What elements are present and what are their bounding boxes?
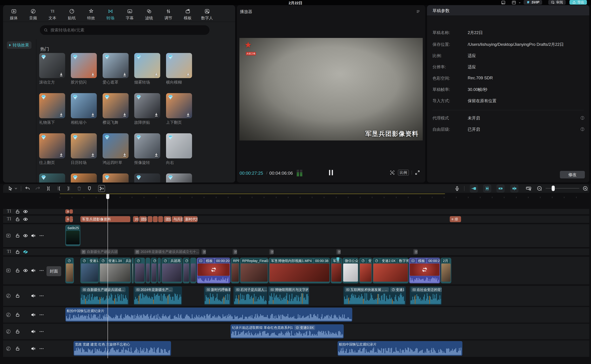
transition-card[interactable]	[71, 53, 97, 78]
download-icon[interactable]	[59, 72, 64, 77]
workspace-layout-icon[interactable]	[512, 0, 516, 5]
transition-card[interactable]	[71, 133, 97, 158]
transition-card[interactable]	[39, 53, 65, 78]
tab-audio[interactable]: 音频	[23, 6, 43, 21]
download-icon[interactable]	[185, 112, 191, 117]
more-icon[interactable]	[39, 329, 44, 334]
video-clip[interactable]: 变速1.3X兵团	[99, 258, 131, 283]
download-icon[interactable]	[185, 72, 191, 77]
speaker-icon[interactable]	[31, 233, 36, 238]
transition-card[interactable]	[103, 93, 129, 118]
lock-icon[interactable]	[15, 293, 20, 298]
music-clip[interactable]: 航拍中国恢弘壮观纪录片	[338, 341, 462, 356]
video-clip[interactable]: 军	[65, 258, 74, 283]
transition-card[interactable]	[134, 133, 160, 158]
sidebar-item-transition-effects[interactable]: 转场效果	[7, 41, 32, 49]
video-clip[interactable]: 6a6b25	[65, 225, 80, 246]
lock-icon[interactable]	[15, 346, 20, 351]
tab-captions[interactable]: 字幕	[120, 6, 139, 21]
text-clip[interactable]: ≡	[65, 209, 69, 214]
split-icon[interactable]	[46, 186, 51, 191]
lock-icon[interactable]	[15, 312, 20, 317]
tts-audio-clip[interactable]: 新时代呼唤着	[204, 286, 230, 305]
music-icon[interactable]	[6, 329, 11, 334]
download-icon[interactable]	[90, 72, 95, 77]
download-icon[interactable]	[154, 152, 159, 157]
zoom-out-icon[interactable]	[537, 186, 542, 191]
music-icon[interactable]	[6, 346, 11, 351]
music-icon[interactable]	[6, 293, 11, 298]
text-clip[interactable]	[69, 209, 73, 214]
speaker-icon[interactable]	[31, 346, 36, 351]
text-clip[interactable]: 20	[133, 216, 138, 222]
video-preview[interactable]: 兵团卫视 军垦兵团影像资料	[239, 38, 423, 141]
export-button[interactable]: 导出	[570, 0, 587, 5]
template-clip[interactable]: 模板00:00:2	[409, 258, 440, 283]
zoom-in-icon[interactable]	[582, 186, 588, 191]
transition-card[interactable]	[166, 174, 192, 182]
more-icon[interactable]	[39, 293, 44, 298]
transition-card[interactable]	[134, 53, 160, 78]
lock-icon[interactable]	[15, 233, 20, 238]
timeline-zoom-slider-thumb[interactable]	[552, 186, 555, 191]
preview-focus-icon[interactable]	[390, 170, 395, 175]
timeline-zoom-slider[interactable]	[545, 188, 579, 189]
download-icon[interactable]	[90, 152, 95, 157]
eye-icon[interactable]	[23, 209, 28, 214]
download-icon[interactable]	[122, 152, 127, 157]
video-clip[interactable]: RPF	[231, 258, 239, 283]
lock-icon[interactable]	[15, 217, 20, 222]
download-icon[interactable]	[154, 112, 159, 117]
link-toggle-icon[interactable]	[496, 184, 505, 193]
video-clip[interactable]: 兵团再	[161, 258, 182, 283]
video-clip[interactable]	[151, 258, 157, 283]
music-icon[interactable]	[6, 312, 11, 317]
tab-sticker[interactable]: 贴纸	[62, 6, 81, 21]
record-voiceover-icon[interactable]	[454, 186, 460, 191]
transition-card[interactable]	[39, 93, 65, 118]
transition-card[interactable]	[134, 93, 160, 118]
tab-filters[interactable]: 滤镜	[139, 6, 159, 21]
search-box[interactable]	[40, 25, 210, 35]
tab-templates[interactable]: 模板	[178, 6, 197, 21]
pause-button[interactable]	[328, 170, 334, 176]
lock-icon[interactable]	[15, 249, 20, 254]
tab-media[interactable]: 媒体	[4, 6, 23, 21]
ratio-button[interactable]: 比例	[398, 170, 409, 176]
tab-adjust[interactable]: 调节	[159, 6, 178, 21]
select-tool-chevron-icon[interactable]	[14, 187, 20, 192]
timeline-scale-icon[interactable]	[526, 186, 531, 191]
cover-button[interactable]: 封面	[46, 266, 61, 276]
speaker-icon[interactable]	[31, 312, 36, 317]
transition-card[interactable]	[134, 174, 160, 182]
transition-card[interactable]	[166, 93, 192, 118]
help-icon[interactable]	[580, 116, 585, 120]
video-clip[interactable]: 军垦博物馆内部视频1.MP400:00:38	[269, 258, 330, 283]
hidden-text-clip[interactable]	[233, 249, 237, 255]
more-icon[interactable]	[39, 233, 44, 238]
split-right-icon[interactable]	[66, 186, 72, 191]
music-clip[interactable]: 党政 党建 建党 红色 主旋律不忘初心	[73, 341, 171, 356]
template-clip[interactable]: 模板00:00:20	[197, 258, 230, 283]
tab-digital-human[interactable]: 数字人	[197, 6, 217, 21]
eye-icon[interactable]	[23, 233, 28, 238]
speaker-icon[interactable]	[31, 293, 36, 298]
video-clip[interactable]	[190, 258, 196, 283]
video-clip[interactable]: RPReplay_Final1	[240, 258, 268, 283]
text-clip[interactable]: ≡	[65, 216, 69, 222]
download-icon[interactable]	[59, 112, 64, 117]
download-icon[interactable]	[122, 112, 127, 117]
tts-audio-clip[interactable]: 2024年是新疆生产...	[134, 286, 182, 305]
player-menu-icon[interactable]	[416, 9, 420, 14]
preview-flash-toggle-icon[interactable]	[483, 184, 491, 193]
text-clip[interactable]: 新时代青	[184, 216, 197, 222]
text-clip[interactable]: →	[69, 216, 73, 222]
download-icon[interactable]	[59, 152, 64, 157]
split-left-icon[interactable]	[56, 186, 61, 191]
auto-snap-toggle-icon[interactable]	[470, 184, 478, 193]
hidden-text-clip[interactable]: 2024年是新疆生产建设兵团成立七十...	[134, 249, 199, 255]
tab-text[interactable]: TI文本	[43, 6, 62, 21]
undo-icon[interactable]	[25, 186, 30, 191]
download-icon[interactable]	[90, 112, 95, 117]
transition-card[interactable]	[166, 133, 192, 158]
